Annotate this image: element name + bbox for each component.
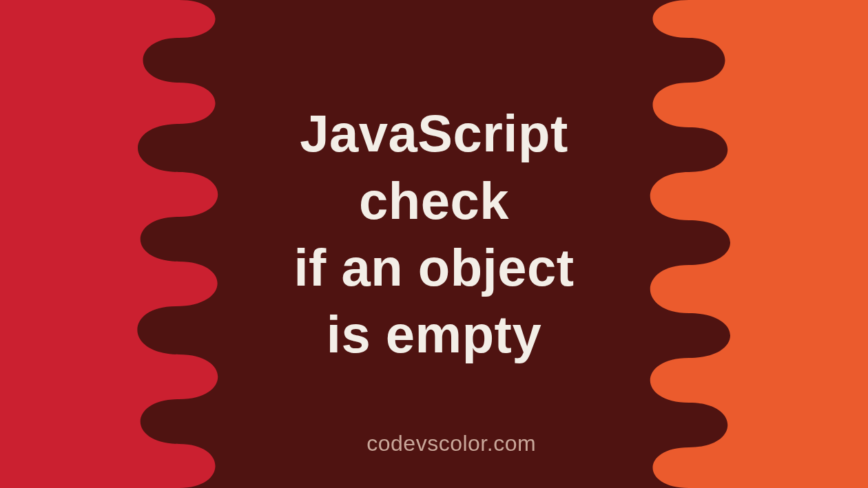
banner-title: JavaScript check if an object is empty: [293, 100, 574, 368]
title-line-1: JavaScript: [293, 100, 574, 167]
hero-banner: JavaScript check if an object is empty c…: [0, 0, 868, 488]
title-line-2: check: [293, 167, 574, 234]
credit-text: codevscolor.com: [366, 431, 536, 456]
title-line-4: is empty: [293, 301, 574, 368]
title-line-3: if an object: [293, 234, 574, 301]
